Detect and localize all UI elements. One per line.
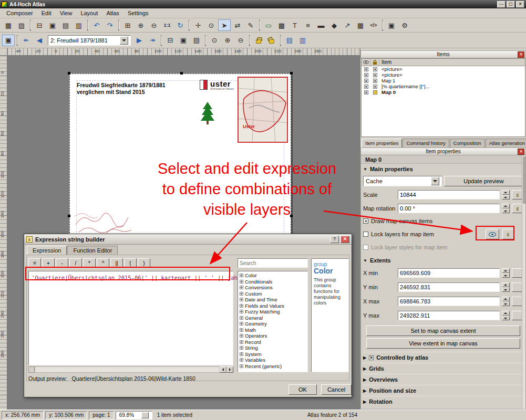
dialog-help-button[interactable]: ? <box>330 236 339 243</box>
expand-icon[interactable] <box>240 286 243 289</box>
add-items-from-template-button[interactable]: ▧ <box>15 19 28 31</box>
function-group-fields-and-values[interactable]: Fields and Values <box>238 303 307 309</box>
scale-stepper[interactable] <box>502 190 510 200</box>
operator-button[interactable]: || <box>110 258 123 268</box>
visibility-checkbox[interactable]: ✕ <box>362 79 370 83</box>
tab-composition[interactable]: Composition <box>450 139 485 148</box>
scroll-right-icon[interactable] <box>226 366 233 373</box>
expand-icon[interactable] <box>240 280 243 284</box>
expression-builder-dialog[interactable]: ε Expression string builder ? ✕ Expressi… <box>24 234 352 397</box>
view-extent-in-map-canvas-button[interactable]: View extent in map canvas <box>366 338 520 349</box>
update-preview-button[interactable]: Update preview <box>444 176 523 186</box>
section-overviews[interactable]: ▶ Overviews <box>363 374 523 385</box>
operator-button[interactable]: ( <box>124 258 137 268</box>
add-image-button[interactable]: ▩ <box>275 19 288 31</box>
section-position-and-size[interactable]: ▶ Position and size <box>363 385 523 396</box>
zoom-out-2-button[interactable]: ⊖ <box>234 35 247 46</box>
function-group-conditionals[interactable]: Conditionals <box>238 279 307 285</box>
zoom-in-button[interactable]: ⊕ <box>135 19 147 31</box>
menu-layout[interactable]: Layout <box>76 9 102 17</box>
lock-layers-checkbox-row[interactable]: Lock layers for map item ε <box>363 227 523 242</box>
add-label-button[interactable]: T <box>288 19 301 31</box>
select-move-item-button[interactable]: ➤ <box>218 19 231 31</box>
selection-handle[interactable] <box>68 215 70 217</box>
function-group-string[interactable]: String <box>238 345 307 351</box>
print-button[interactable]: ⊟ <box>33 19 46 31</box>
expand-icon[interactable] <box>240 364 243 368</box>
zoom-actual-button[interactable]: 1:1 <box>161 19 173 31</box>
scroll-left-icon[interactable] <box>220 366 226 373</box>
selection-handle[interactable] <box>290 72 293 75</box>
undo-button[interactable]: ↶ <box>90 19 103 31</box>
operator-button[interactable]: - <box>56 258 68 268</box>
menu-view[interactable]: View <box>56 9 77 17</box>
draw-map-canvas-items-checkbox[interactable]: ✕ Draw map canvas items <box>363 215 523 227</box>
editor-horizontal-scrollbar[interactable] <box>28 366 233 373</box>
align-items-button[interactable]: ▥ <box>296 35 309 46</box>
zoom-to-feature-button[interactable]: ⊙ <box>208 35 221 46</box>
extent-stepper[interactable] <box>502 268 510 278</box>
operator-button[interactable]: + <box>42 258 55 268</box>
add-attribute-table-button[interactable]: ▦ <box>354 19 367 31</box>
function-search-input[interactable] <box>238 258 308 268</box>
extent-field-input[interactable]: 698846.783 <box>398 297 500 306</box>
lock-selected-items-button[interactable] <box>252 35 265 46</box>
cancel-button[interactable]: Cancel <box>321 384 352 395</box>
function-group-record[interactable]: Record <box>238 339 307 345</box>
function-group-math[interactable]: Math <box>238 327 307 333</box>
chevron-down-icon[interactable] <box>141 412 149 418</box>
add-scalebar-button[interactable]: ▬ <box>315 19 327 31</box>
expression-editor[interactable]: 'Quartiere|Übersichtsplan 2015-06|' || k… <box>28 271 233 365</box>
previous-feature-button[interactable]: ◀ <box>33 35 46 46</box>
item-row-picture[interactable]: ✕ ✕ <picture> <box>362 72 525 78</box>
item-row-quartiername[interactable]: ✕ ✕ [% quartiername ||''|... <box>362 83 525 89</box>
resize-grip[interactable] <box>28 366 35 373</box>
item-properties-close-button[interactable]: ✕ <box>518 149 524 155</box>
zoom-level-combo[interactable]: 69.8% <box>116 411 152 419</box>
lock-checkbox[interactable]: ✕ <box>370 67 379 71</box>
function-group-fuzzy-matching[interactable]: Fuzzy Matching <box>238 309 307 315</box>
next-feature-button[interactable]: ▶ <box>133 35 146 46</box>
dialog-titlebar[interactable]: ε Expression string builder ? ✕ <box>24 234 352 245</box>
add-html-frame-button[interactable]: </> <box>367 19 380 31</box>
expand-icon[interactable] <box>240 334 243 338</box>
tab-command-history[interactable]: Command history <box>403 139 449 148</box>
expand-icon[interactable] <box>240 352 243 356</box>
item-row-picture[interactable]: ✕ ✕ <picture> <box>362 66 525 72</box>
zoom-full-button[interactable]: ⊞ <box>121 19 134 31</box>
edit-nodes-button[interactable]: ✎ <box>244 19 257 31</box>
unlock-all-items-button[interactable] <box>265 35 278 46</box>
atlas-feature-combo[interactable]: 2: Freudwil 1879/1881 <box>48 35 131 46</box>
export-atlas-image-button[interactable]: ▣ <box>177 35 190 46</box>
expand-icon[interactable] <box>240 322 243 326</box>
save-as-template-button[interactable]: ▦ <box>2 19 15 31</box>
extent-stepper[interactable] <box>502 311 510 320</box>
lock-checkbox[interactable]: ✕ <box>370 73 379 77</box>
function-group-operators[interactable]: Operators <box>238 333 307 339</box>
section-rotation[interactable]: ▶ Rotation <box>363 396 523 407</box>
ok-button[interactable]: OK <box>288 384 317 395</box>
move-item-content-button[interactable]: ⇄ <box>231 19 244 31</box>
group-items-button[interactable]: ▣ <box>385 19 398 31</box>
uster-logo[interactable]: uster Wohnstadt am Wasser <box>200 80 234 90</box>
operator-button[interactable]: ^ <box>97 258 109 268</box>
extent-stepper[interactable] <box>502 297 510 306</box>
export-atlas-pdf-button[interactable]: ▤ <box>190 35 203 46</box>
scale-input[interactable] <box>398 190 500 200</box>
zoom-in-2-button[interactable]: ⊕ <box>221 35 234 46</box>
redo-button[interactable]: ↷ <box>104 19 116 31</box>
export-as-image-button[interactable]: ▣ <box>46 19 59 31</box>
function-group-general[interactable]: General <box>238 315 307 321</box>
map-preview-thumbnail[interactable]: Uster <box>238 77 288 143</box>
preview-atlas-button[interactable]: ▣ <box>2 35 15 46</box>
visibility-checkbox[interactable]: ✕ <box>362 90 370 94</box>
zoom-out-button[interactable]: ⊖ <box>148 19 160 31</box>
expand-icon[interactable] <box>240 340 243 344</box>
section-grids[interactable]: ▶ Grids <box>363 363 523 374</box>
export-as-svg-button[interactable]: ▤ <box>59 19 72 31</box>
function-group-system[interactable]: System <box>238 351 307 358</box>
visibility-checkbox[interactable]: ✕ <box>362 67 370 71</box>
function-group-recent-generic[interactable]: Recent (generic) <box>238 363 307 370</box>
properties-scrollbar[interactable] <box>522 155 525 409</box>
menu-atlas[interactable]: Atlas <box>102 9 123 17</box>
